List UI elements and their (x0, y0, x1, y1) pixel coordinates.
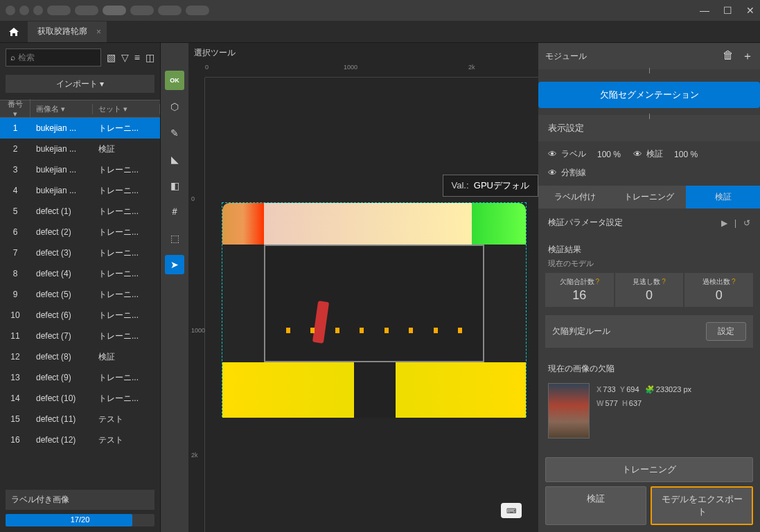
table-row[interactable]: 16defect (12)テスト (0, 429, 160, 450)
settings-button[interactable]: 設定 (706, 322, 746, 341)
ruler-vertical: 0 1000 2k (188, 78, 205, 532)
table-row[interactable]: 5defect (1)トレーニ... (0, 201, 160, 222)
vis-verify[interactable]: 👁検証100 % (633, 148, 698, 160)
table-row[interactable]: 7defect (3)トレーニ... (0, 242, 160, 263)
defect-info: X733 Y694 🧩233023 px W577 H637 (596, 383, 691, 438)
table-row[interactable]: 11defect (7)トレーニ... (0, 326, 160, 346)
labeled-images-label: ラベル付き画像 (6, 490, 154, 510)
titlebar: — ☐ ✕ (0, 0, 760, 21)
vis-label[interactable]: 👁ラベル100 % (548, 148, 621, 160)
expand-icon[interactable]: ▶ (721, 218, 727, 228)
current-defect-title: 現在の画像の欠陥 (538, 356, 760, 379)
tab-close-icon[interactable]: × (96, 27, 101, 37)
menu-item[interactable] (158, 6, 182, 15)
eraser-tool[interactable]: ◧ (165, 176, 184, 195)
toolstrip: OK ⬡ ✎ ◣ ◧ ＃ ⬚ ➤ (161, 43, 188, 532)
tab-training[interactable]: トレーニング (612, 186, 687, 209)
layout-icon[interactable]: ◫ (145, 52, 154, 63)
menu-item[interactable] (103, 6, 126, 15)
table-row[interactable]: 3bukejian ...トレーニ... (0, 159, 160, 180)
table-row[interactable]: 10defect (6)トレーニ... (0, 305, 160, 326)
tab-labeling[interactable]: ラベル付け (538, 186, 612, 209)
col-name[interactable]: 画像名 ▾ (30, 104, 93, 114)
ok-tool[interactable]: OK (165, 71, 184, 90)
validation-badge: Val.: GPUデフォル (443, 175, 538, 197)
vis-split[interactable]: 👁分割線 (548, 167, 586, 179)
table-row[interactable]: 12defect (8)検証 (0, 346, 160, 367)
close-button[interactable]: ✕ (746, 5, 754, 16)
tab-verify[interactable]: 検証 (686, 186, 760, 209)
table-row[interactable]: 1bukejian ...トレーニ... (0, 118, 160, 139)
minimize-button[interactable]: — (700, 5, 709, 16)
trash-icon[interactable]: 🗑 (723, 49, 734, 64)
list-icon[interactable]: ≡ (134, 52, 140, 63)
table-row[interactable]: 4bukejian ...トレーニ... (0, 180, 160, 201)
grid-tool[interactable]: ＃ (165, 202, 184, 222)
verify-button[interactable]: 検証 (545, 486, 646, 525)
defect-thumbnail (548, 383, 590, 438)
search-icon: ⌕ (10, 53, 15, 62)
defect-region[interactable] (312, 301, 329, 344)
search-input[interactable]: ⌕ (6, 48, 101, 66)
history-icon[interactable]: ↺ (743, 218, 750, 228)
filter-icon[interactable]: ▽ (121, 52, 129, 63)
stat-miss: 見逃し数? 0 (615, 273, 684, 307)
tab-project[interactable]: 获取胶路轮廓 × (28, 21, 107, 42)
home-button[interactable] (0, 21, 28, 43)
viewport[interactable]: Val.: GPUデフォル ⌨ (205, 78, 538, 532)
add-icon[interactable]: ＋ (742, 49, 753, 64)
verify-params[interactable]: 検証パラメータ設定 ▶ | ↺ (538, 209, 760, 237)
col-set[interactable]: セット ▾ (93, 104, 160, 114)
table-header: 番号 ▾ 画像名 ▾ セット ▾ (0, 100, 160, 118)
stat-total: 欠陥合計数? 16 (545, 273, 614, 307)
wand-tool[interactable]: ✎ (165, 123, 184, 143)
angle-tool[interactable]: ◣ (165, 150, 184, 169)
eye-icon: 👁 (633, 149, 642, 159)
result-title: 検証結果 (538, 237, 760, 258)
module-title: モジュール (545, 51, 587, 62)
tabbar: 获取胶路轮廓 × (0, 21, 760, 43)
image-list: 1bukejian ...トレーニ...2bukejian ...検証3buke… (0, 118, 160, 484)
segmentation-button[interactable]: 欠陥セグメンテーション (538, 82, 760, 108)
move-tool[interactable]: ➤ (165, 255, 184, 274)
export-model-button[interactable]: モデルをエクスポート (651, 486, 753, 525)
stat-over: 過検出数? 0 (684, 273, 753, 307)
defect-item[interactable]: X733 Y694 🧩233023 px W577 H637 (538, 379, 760, 443)
menu-item[interactable] (47, 6, 71, 15)
result-subtitle: 現在のモデル (538, 258, 760, 273)
right-panel: モジュール 🗑 ＋ 欠陥セグメンテーション 表示設定 👁ラベル100 % 👁検証… (538, 43, 760, 532)
table-row[interactable]: 6defect (2)トレーニ... (0, 222, 160, 242)
ruler-horizontal: 0 1000 2k (205, 61, 538, 78)
polygon-tool[interactable]: ⬡ (165, 97, 184, 116)
progress-text: 17/20 (6, 515, 154, 524)
add-image-icon[interactable]: ▧ (107, 52, 116, 63)
table-row[interactable]: 2bukejian ...検証 (0, 139, 160, 159)
eye-icon: 👁 (548, 149, 557, 159)
menu-dot[interactable] (6, 6, 15, 15)
select-tool[interactable]: ⬚ (165, 229, 184, 248)
keyboard-icon[interactable]: ⌨ (501, 503, 522, 518)
menu-item[interactable] (130, 6, 154, 15)
eye-icon: 👁 (548, 168, 557, 178)
menu-dot[interactable] (33, 6, 43, 15)
rule-row: 欠陥判定ルール 設定 (545, 315, 753, 348)
menu-dot[interactable] (19, 6, 29, 15)
image-preview[interactable] (222, 202, 527, 417)
maximize-button[interactable]: ☐ (723, 5, 732, 16)
col-number[interactable]: 番号 ▾ (0, 99, 30, 118)
train-button[interactable]: トレーニング (545, 457, 753, 482)
table-row[interactable]: 9defect (5)トレーニ... (0, 284, 160, 305)
canvas-title: 選択ツール (194, 47, 236, 59)
import-button[interactable]: インポート ▾ (6, 75, 154, 93)
puzzle-icon: 🧩 (645, 385, 655, 393)
table-row[interactable]: 15defect (11)テスト (0, 409, 160, 429)
table-row[interactable]: 13defect (9)トレーニ... (0, 367, 160, 388)
menu-item[interactable] (186, 6, 209, 15)
table-row[interactable]: 14defect (10)トレーニ... (0, 388, 160, 409)
canvas-area: 選択ツール 0 1000 2k 0 1000 2k Val.: GPUデフォル (188, 43, 538, 532)
tab-label: 获取胶路轮廓 (37, 26, 87, 37)
progress-bar: 17/20 (6, 514, 154, 526)
table-row[interactable]: 8defect (4)トレーニ... (0, 263, 160, 284)
menu-item[interactable] (75, 6, 98, 15)
sidebar: ⌕ ▧ ▽ ≡ ◫ インポート ▾ 番号 ▾ 画像名 ▾ セット ▾ 1buke… (0, 43, 161, 532)
